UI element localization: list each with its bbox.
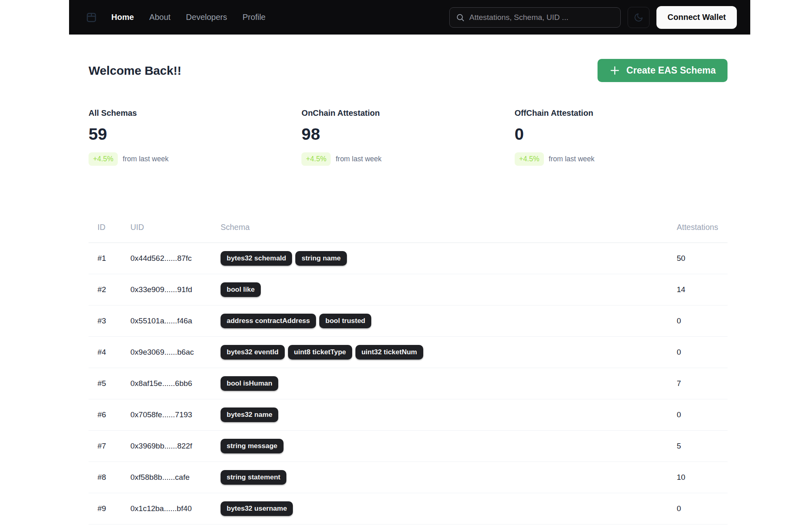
stat-label: OffChain Attestation xyxy=(515,108,728,118)
row-uid: 0x44d562......87fc xyxy=(130,254,221,263)
row-id: #9 xyxy=(97,504,130,513)
table-row[interactable]: #9 0x1c12ba......bf40 bytes32 username 0 xyxy=(89,493,728,524)
row-attestation-count: 14 xyxy=(677,285,728,294)
table-row[interactable]: #3 0x55101a......f46a address contractAd… xyxy=(89,306,728,337)
stats-row: All Schemas 59 +4.5% from last week OnCh… xyxy=(89,108,728,166)
top-navbar: Home About Developers Profile xyxy=(69,0,750,35)
row-schema-badges: bytes32 username xyxy=(221,501,677,516)
main-content: Welcome Back!! Create EAS Schema All Sch… xyxy=(89,35,728,531)
page-title: Welcome Back!! xyxy=(89,64,181,78)
row-attestation-count: 5 xyxy=(677,442,728,451)
row-uid: 0x1c12ba......bf40 xyxy=(130,504,221,513)
row-schema-badges: string message xyxy=(221,439,677,453)
stat-label: All Schemas xyxy=(89,108,301,118)
schema-field-badge: bytes32 schemaId xyxy=(221,251,292,266)
row-id: #3 xyxy=(97,316,130,325)
search-input[interactable] xyxy=(469,13,614,22)
create-schema-label: Create EAS Schema xyxy=(626,65,716,76)
stat-card-offchain: OffChain Attestation 0 +4.5% from last w… xyxy=(515,108,728,166)
table-row[interactable]: #8 0xf58b8b......cafe string statement 1… xyxy=(89,462,728,493)
row-uid: 0x9e3069......b6ac xyxy=(130,348,221,357)
table-row[interactable]: #5 0x8af15e......6bb6 bool isHuman 7 xyxy=(89,368,728,399)
schema-field-badge: bytes32 eventId xyxy=(221,345,285,360)
row-attestation-count: 7 xyxy=(677,379,728,388)
stat-meta: +4.5% from last week xyxy=(89,152,301,166)
stat-meta: +4.5% from last week xyxy=(515,152,728,166)
table-header: ID UID Schema Attestations xyxy=(89,223,728,243)
dashboard-page: Home About Developers Profile xyxy=(0,0,812,531)
nav-links: Home About Developers Profile xyxy=(111,13,266,22)
schema-field-badge: uint8 ticketType xyxy=(288,345,352,360)
row-id: #1 xyxy=(97,254,130,263)
row-schema-badges: bytes32 name xyxy=(221,407,677,422)
row-uid: 0x55101a......f46a xyxy=(130,316,221,325)
nav-link-developers[interactable]: Developers xyxy=(186,13,227,22)
row-id: #7 xyxy=(97,442,130,451)
theme-toggle-button[interactable] xyxy=(628,7,650,28)
row-schema-badges: string statement xyxy=(221,470,677,485)
table-row[interactable]: #4 0x9e3069......b6ac bytes32 eventId ui… xyxy=(89,337,728,368)
schema-field-badge: uint32 ticketNum xyxy=(355,345,423,360)
row-uid: 0x33e909......91fd xyxy=(130,285,221,294)
stat-card-all-schemas: All Schemas 59 +4.5% from last week xyxy=(89,108,301,166)
row-attestation-count: 0 xyxy=(677,316,728,325)
navbar-actions: Connect Wallet xyxy=(449,6,737,29)
row-id: #4 xyxy=(97,348,130,357)
connect-wallet-button[interactable]: Connect Wallet xyxy=(656,6,737,29)
schema-field-badge: string message xyxy=(221,439,284,453)
plus-icon xyxy=(609,65,620,76)
column-header-uid: UID xyxy=(130,223,221,232)
row-schema-badges: bytes32 schemaId string name xyxy=(221,251,677,266)
stat-change-note: from last week xyxy=(549,155,595,163)
schema-field-badge: bool isHuman xyxy=(221,376,278,391)
row-id: #6 xyxy=(97,410,130,419)
row-uid: 0x3969bb......822f xyxy=(130,442,221,451)
stat-value: 0 xyxy=(515,125,728,144)
stat-change-badge: +4.5% xyxy=(89,152,118,166)
row-id: #8 xyxy=(97,473,130,482)
search-icon xyxy=(456,13,465,22)
stat-label: OnChain Attestation xyxy=(301,108,514,118)
row-schema-badges: bool isHuman xyxy=(221,376,677,391)
nav-link-home[interactable]: Home xyxy=(111,13,134,22)
row-attestation-count: 0 xyxy=(677,348,728,357)
table-row[interactable]: #6 0x7058fe......7193 bytes32 name 0 xyxy=(89,399,728,431)
package-icon xyxy=(85,11,97,24)
row-attestation-count: 50 xyxy=(677,254,728,263)
moon-icon xyxy=(634,13,643,22)
row-attestation-count: 0 xyxy=(677,410,728,419)
stat-change-badge: +4.5% xyxy=(301,152,331,166)
row-uid: 0xf58b8b......cafe xyxy=(130,473,221,482)
stat-value: 98 xyxy=(301,125,514,144)
nav-link-about[interactable]: About xyxy=(149,13,171,22)
schema-field-badge: bool like xyxy=(221,282,261,297)
global-search xyxy=(449,7,621,28)
stat-change-badge: +4.5% xyxy=(515,152,544,166)
create-schema-button[interactable]: Create EAS Schema xyxy=(598,59,728,82)
table-row[interactable]: #7 0x3969bb......822f string message 5 xyxy=(89,431,728,462)
schema-field-badge: string statement xyxy=(221,470,286,485)
page-header: Welcome Back!! Create EAS Schema xyxy=(89,59,728,82)
table-row[interactable]: #1 0x44d562......87fc bytes32 schemaId s… xyxy=(89,243,728,274)
row-attestation-count: 10 xyxy=(677,473,728,482)
row-attestation-count: 0 xyxy=(677,504,728,513)
schemas-table: ID UID Schema Attestations #1 0x44d562..… xyxy=(89,223,728,531)
row-schema-badges: address contractAddress bool trusted xyxy=(221,314,677,328)
stat-value: 59 xyxy=(89,125,301,144)
row-uid: 0x8af15e......6bb6 xyxy=(130,379,221,388)
column-header-id: ID xyxy=(97,223,130,232)
row-schema-badges: bytes32 eventId uint8 ticketType uint32 … xyxy=(221,345,677,360)
column-header-attestations: Attestations xyxy=(677,223,728,232)
table-row[interactable]: #10 0x27d06e......804a bool isFriend 6 xyxy=(89,524,728,531)
row-uid: 0x7058fe......7193 xyxy=(130,410,221,419)
schema-field-badge: string name xyxy=(295,251,346,266)
schema-field-badge: bytes32 username xyxy=(221,501,293,516)
column-header-schema: Schema xyxy=(221,223,677,232)
schema-field-badge: bytes32 name xyxy=(221,407,278,422)
nav-link-profile[interactable]: Profile xyxy=(243,13,266,22)
stat-card-onchain: OnChain Attestation 98 +4.5% from last w… xyxy=(301,108,514,166)
row-id: #2 xyxy=(97,285,130,294)
stat-change-note: from last week xyxy=(336,155,381,163)
table-row[interactable]: #2 0x33e909......91fd bool like 14 xyxy=(89,274,728,306)
stat-change-note: from last week xyxy=(123,155,169,163)
